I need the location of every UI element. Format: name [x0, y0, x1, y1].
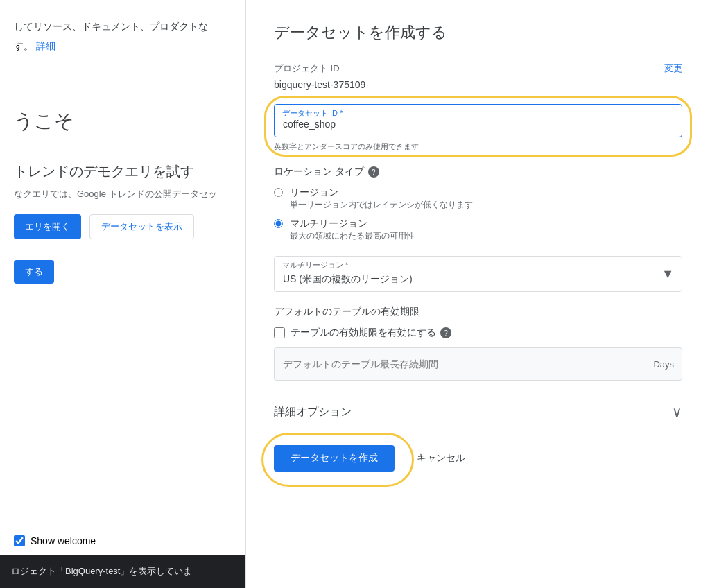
multiregion-select-wrapper: マルチリージョン * US (米国の複数のリージョン) EU (欧州連合の複数の… — [274, 256, 682, 292]
default-expiry-label: デフォルトのテーブルの有効期限 — [274, 306, 419, 318]
region-option: リージョン 単一リージョン内ではレイテンシが低くなります — [274, 187, 682, 211]
location-type-help-icon[interactable]: ? — [368, 166, 379, 178]
project-id-label: プロジェクト ID — [274, 62, 340, 75]
bottom-bar-text: ロジェクト「BigQuery-test」を表示していま — [11, 565, 192, 578]
days-unit-label: Days — [653, 359, 674, 370]
region-option-label: リージョン — [290, 187, 473, 199]
show-welcome-label: Show welcome — [31, 535, 96, 546]
project-id-value: bigquery-test-375109 — [274, 79, 682, 90]
create-dataset-button[interactable]: データセットを作成 — [274, 445, 395, 472]
dataset-id-hint: 英数字とアンダースコアのみ使用できます — [274, 141, 682, 152]
region-radio[interactable] — [274, 188, 283, 197]
default-expiry-field: デフォルトのテーブルの有効期限 テーブルの有効期限を有効にする ? Days — [274, 306, 682, 381]
subscribe-button[interactable]: する — [14, 260, 54, 284]
multiregion-option-label: マルチリージョン — [290, 218, 415, 230]
enable-expiry-checkbox[interactable] — [274, 327, 285, 338]
left-panel: してリソース、ドキュメント、プロダクトな す。 詳細 うこそ トレンドのデモクエ… — [0, 0, 257, 588]
demo-desc: なクエリでは、Google トレンドの公開データセッ — [14, 188, 243, 200]
multiregion-select[interactable]: US (米国の複数のリージョン) EU (欧州連合の複数のリージョン) — [274, 256, 682, 292]
demo-title: トレンドのデモクエリを試す — [14, 162, 243, 181]
region-option-desc: 単一リージョン内ではレイテンシが低くなります — [290, 199, 473, 211]
show-welcome-checkbox[interactable] — [14, 535, 25, 546]
expiry-help-icon[interactable]: ? — [440, 327, 451, 338]
location-type-label: ロケーション タイプ — [274, 166, 364, 178]
bottom-bar: ロジェクト「BigQuery-test」を表示していま — [0, 555, 257, 588]
dataset-id-field: データセット ID * 英数字とアンダースコアのみ使用できます — [274, 104, 682, 152]
cancel-button[interactable]: キャンセル — [406, 445, 476, 472]
days-input-wrapper: Days — [274, 347, 682, 381]
advanced-options-label: 詳細オプション — [274, 405, 352, 420]
multiregion-option: マルチリージョン 最大の領域にわたる最高の可用性 — [274, 218, 682, 242]
detail-prefix-text: す。 — [14, 40, 33, 51]
dialog-title: データセットを作成する — [274, 22, 682, 43]
dataset-id-input[interactable] — [274, 104, 682, 137]
dialog-panel: データセットを作成する プロジェクト ID 変更 bigquery-test-3… — [245, 0, 710, 588]
location-type-field: ロケーション タイプ ? リージョン 単一リージョン内ではレイテンシが低くなりま… — [274, 166, 682, 242]
project-id-field: プロジェクト ID 変更 bigquery-test-375109 — [274, 62, 682, 90]
change-link[interactable]: 変更 — [664, 62, 682, 75]
enable-expiry-label: テーブルの有効期限を有効にする ? — [291, 327, 451, 339]
show-dataset-button[interactable]: データセットを表示 — [89, 214, 194, 239]
detail-link[interactable]: 詳細 — [36, 40, 55, 51]
enable-expiry-row: テーブルの有効期限を有効にする ? — [274, 327, 682, 339]
action-buttons: データセットを作成 キャンセル — [274, 445, 682, 472]
search-hint: してリソース、ドキュメント、プロダクトな — [14, 21, 208, 32]
multiregion-radio[interactable] — [274, 219, 283, 228]
days-input[interactable] — [274, 347, 682, 381]
chevron-down-icon: ∨ — [672, 404, 682, 420]
dataset-id-wrapper: データセット ID * — [274, 104, 682, 137]
advanced-options-row[interactable]: 詳細オプション ∨ — [274, 395, 682, 429]
open-query-button[interactable]: エリを開く — [14, 214, 81, 239]
welcome-text: うこそ — [14, 108, 243, 135]
show-welcome-area: Show welcome — [14, 535, 96, 546]
multiregion-option-desc: 最大の領域にわたる最高の可用性 — [290, 230, 415, 242]
